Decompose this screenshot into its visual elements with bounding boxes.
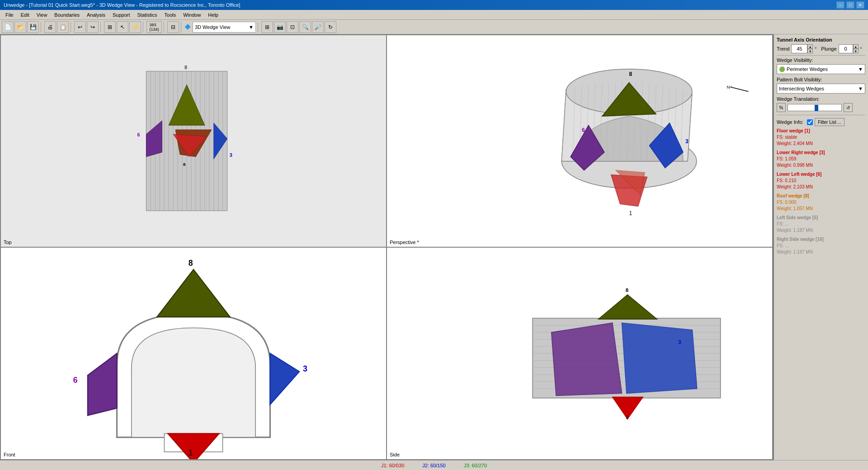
menu-analysis[interactable]: Analysis — [83, 11, 109, 19]
plunge-label: Plunge — [821, 46, 836, 52]
plunge-down-button[interactable]: ▼ — [853, 49, 859, 53]
menu-file[interactable]: File — [2, 11, 17, 19]
plunge-spinbox[interactable]: ▲ ▼ — [839, 44, 859, 53]
translation-right-button[interactable]: ↺ — [844, 103, 853, 112]
maximize-button[interactable]: □ — [846, 1, 854, 9]
wedge-floor-fs: FS: stable — [777, 134, 865, 141]
plunge-input[interactable] — [839, 44, 853, 53]
wedge-roof-weight: Weight: 1.057 MN — [777, 206, 865, 212]
new-button[interactable]: 📄 — [2, 21, 14, 33]
menu-view[interactable]: View — [33, 11, 51, 19]
wedge-lower-left-name: Lower Left wedge [6] — [777, 171, 865, 178]
menu-window[interactable]: Window — [179, 11, 204, 19]
svg-marker-61 — [157, 269, 230, 317]
zoom-in-button[interactable]: 🔍 — [299, 21, 311, 33]
translation-slider[interactable] — [788, 104, 842, 111]
wedge-roof: Roof wedge [8] FS: 0.000 Weight: 1.057 M… — [777, 193, 865, 212]
plunge-degree: ° — [860, 47, 862, 52]
menu-help[interactable]: Help — [204, 11, 222, 19]
menu-statistics[interactable]: Statistics — [134, 11, 161, 19]
perspective-viewport-label: Perspective * — [390, 240, 419, 245]
wedge-lower-right-weight: Weight: 0.998 MN — [777, 162, 865, 169]
wedge-lower-right-name: Lower Right wedge [3] — [777, 150, 865, 156]
filter-list-button[interactable]: Filter List ... — [815, 118, 844, 126]
wedge-translation-row: % ↺ — [777, 103, 865, 112]
sep3 — [100, 22, 102, 33]
front-viewport[interactable]: 8 6 3 1 Front — [0, 247, 387, 460]
redo-button[interactable]: ↪ — [87, 21, 99, 33]
zoom-out-button[interactable]: 🔎 — [312, 21, 324, 33]
minimize-button[interactable]: – — [836, 1, 844, 9]
wedge-right-side-weight: Weight: 1.187 MN — [777, 249, 865, 255]
translation-left-button[interactable]: % — [777, 103, 786, 112]
side-viewport[interactable]: 8 3 1 Side — [387, 247, 773, 460]
title-text: Unwedge - [Tutorial 01 Quick Start.weg5*… — [4, 2, 240, 8]
rotate-button[interactable]: ↻ — [325, 21, 336, 33]
main-container: 6 3 8 8 Top — [0, 34, 868, 460]
wedge-visibility-dropdown[interactable]: 🟢 Perimeter Wedges ▼ — [777, 64, 865, 74]
status-section: J1: 60/030 J2: 60/150 J3: 60/270 — [4, 463, 864, 468]
toolbar: 📄 📂 💾 🖨 📋 ↩ ↪ ⊞ ↖ ⚡ 383(134) ⊟ 🔷 3D Wedg… — [0, 20, 868, 34]
menu-boundaries[interactable]: Boundaries — [51, 11, 83, 19]
view-dropdown[interactable]: 3D Wedge View ▼ — [193, 22, 256, 33]
svg-text:3: 3 — [303, 364, 307, 373]
copy-button[interactable]: 📋 — [57, 21, 69, 33]
menu-edit[interactable]: Edit — [17, 11, 33, 19]
viewports: 6 3 8 8 Top — [0, 34, 773, 460]
svg-text:6: 6 — [73, 376, 78, 385]
undo-button[interactable]: ↩ — [74, 21, 86, 33]
menu-support[interactable]: Support — [109, 11, 134, 19]
wedge-floor-name: Floor wedge [1] — [777, 128, 865, 134]
status-bar: J1: 60/030 J2: 60/150 J3: 60/270 — [0, 460, 868, 470]
open-button[interactable]: 📂 — [14, 21, 26, 33]
pattern-bolt-label: Pattern Bolt Visiblity: — [777, 77, 865, 82]
j1-status: J1: 60/030 — [381, 463, 404, 468]
wedge-right-side: Right Side wedge [10] FS: ... Weight: 1.… — [777, 236, 865, 255]
table-button[interactable]: ⊟ — [167, 21, 179, 33]
trend-down-button[interactable]: ▼ — [807, 49, 813, 53]
translation-thumb[interactable] — [815, 105, 818, 111]
side-viewport-label: Side — [390, 452, 400, 457]
wedge-roof-name: Roof wedge [8] — [777, 193, 865, 199]
front-viewport-svg: 8 6 3 1 — [1, 248, 386, 459]
svg-text:6: 6 — [137, 132, 140, 137]
plunge-up-button[interactable]: ▲ — [853, 44, 859, 49]
trend-spinbox[interactable]: ▲ ▼ — [791, 44, 813, 53]
compute-button[interactable]: 383(134) — [146, 21, 162, 33]
perspective-viewport[interactable]: 8 6 3 1 N Perspective * — [387, 35, 773, 247]
svg-text:3: 3 — [678, 339, 681, 345]
camera-button[interactable]: 📷 — [274, 21, 286, 33]
zoom-fit-button[interactable]: ⊡ — [287, 21, 298, 33]
wedge-floor: Floor wedge [1] FS: stable Weight: 2.404… — [777, 128, 865, 147]
wedge-visibility-label: Wedge Visibility: — [777, 57, 865, 63]
grid-button[interactable]: ⊞ — [104, 21, 116, 33]
trend-up-button[interactable]: ▲ — [807, 44, 813, 49]
j3-status: J3: 60/270 — [464, 463, 487, 468]
bolt-button[interactable]: ⚡ — [129, 21, 141, 33]
svg-text:8: 8 — [629, 71, 632, 77]
sep5 — [164, 22, 165, 33]
wedge-left-side: Left Side wedge [5] FS: ... Weight: 1.18… — [777, 215, 865, 234]
wedge-lower-right-fs: FS: 1.059 — [777, 156, 865, 162]
save-button[interactable]: 💾 — [27, 21, 39, 33]
separator1 — [777, 55, 865, 56]
viewport-layout-button[interactable]: ⊞ — [261, 21, 273, 33]
close-button[interactable]: ✕ — [856, 1, 864, 9]
perspective-viewport-svg: 8 6 3 1 N — [387, 35, 772, 247]
pattern-bolt-value: Intersecting Wedges — [779, 86, 824, 91]
print-button[interactable]: 🖨 — [44, 21, 56, 33]
pattern-bolt-dropdown[interactable]: Intersecting Wedges ▼ — [777, 84, 865, 94]
select-button[interactable]: ↖ — [117, 21, 128, 33]
wedge-visibility-arrow-icon: ▼ — [858, 66, 863, 72]
svg-marker-82 — [622, 323, 697, 393]
svg-text:8: 8 — [184, 65, 187, 70]
trend-input[interactable] — [791, 44, 807, 53]
filter-checkbox[interactable] — [807, 119, 813, 125]
svg-text:1: 1 — [626, 414, 628, 420]
wedge-visibility-value: 🟢 Perimeter Wedges — [779, 66, 828, 72]
svg-text:1: 1 — [629, 210, 632, 216]
wedge-lower-left-weight: Weight: 2.103 MN — [777, 184, 865, 190]
top-viewport[interactable]: 6 3 8 8 Top — [0, 35, 387, 247]
menu-tools[interactable]: Tools — [161, 11, 180, 19]
sep7 — [258, 22, 259, 33]
